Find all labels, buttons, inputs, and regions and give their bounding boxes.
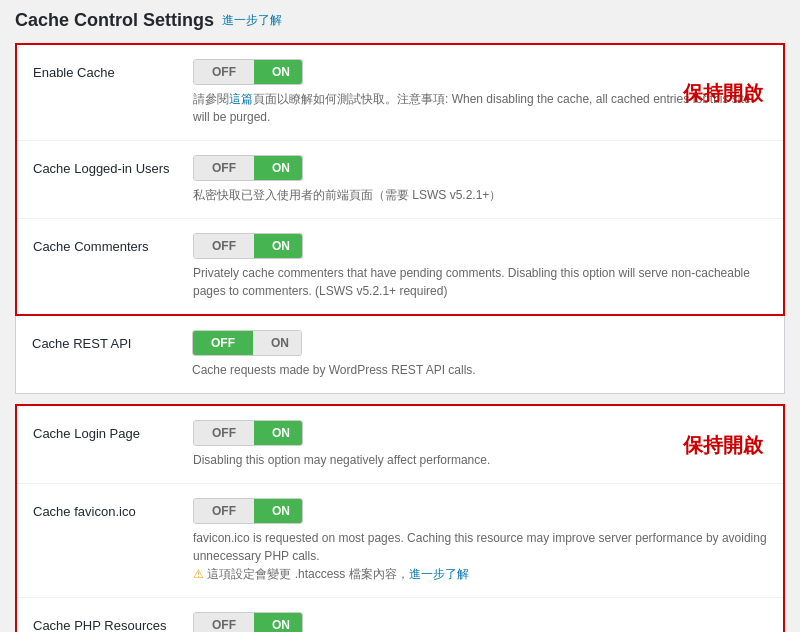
rest-api-section: Cache REST API OFF ON Cache requests mad… [15,316,785,394]
cache-logged-in-off-button[interactable]: OFF [194,156,254,180]
cache-logged-in-toggle-container: OFF ON [193,155,767,181]
cache-php-resources-on-button[interactable]: ON [254,613,303,632]
section2-badge: 保持開啟 [683,431,763,458]
cache-commenters-toggle-container: OFF ON [193,233,767,259]
cache-php-resources-off-button[interactable]: OFF [194,613,254,632]
cache-php-resources-toggle-container: OFF ON [193,612,767,632]
cache-logged-in-toggle[interactable]: OFF ON [193,155,303,181]
enable-cache-toggle-container: OFF ON [193,59,767,85]
highlighted-section-1: Enable Cache OFF ON 請參閱這篇頁面以瞭解如何測試快取。注意事… [15,43,785,316]
favicon-warning-link[interactable]: 進一步了解 [409,567,469,581]
cache-rest-api-toggle-container: OFF ON [192,330,768,356]
enable-cache-label: Enable Cache [33,59,193,80]
cache-login-page-row: Cache Login Page OFF ON Disabling this o… [17,406,783,484]
enable-cache-toggle[interactable]: OFF ON [193,59,303,85]
cache-favicon-toggle-container: OFF ON [193,498,767,524]
cache-login-page-description: Disabling this option may negatively aff… [193,451,767,469]
cache-logged-in-description: 私密快取已登入使用者的前端頁面（需要 LSWS v5.2.1+） [193,186,767,204]
enable-cache-on-button[interactable]: ON [254,60,303,84]
section1-badge: 保持開啟 [683,79,763,106]
cache-commenters-control: OFF ON Privately cache commenters that h… [193,233,767,300]
cache-login-page-toggle-container: OFF ON [193,420,767,446]
cache-commenters-on-button[interactable]: ON [254,234,303,258]
cache-commenters-row: Cache Commenters OFF ON Privately cache … [17,219,783,314]
enable-cache-description: 請參閱這篇頁面以瞭解如何測試快取。注意事項: When disabling th… [193,90,767,126]
highlighted-section-2: Cache Login Page OFF ON Disabling this o… [15,404,785,632]
cache-logged-in-label: Cache Logged-in Users [33,155,193,176]
cache-logged-in-control: OFF ON 私密快取已登入使用者的前端頁面（需要 LSWS v5.2.1+） [193,155,767,204]
cache-rest-api-on-button[interactable]: ON [253,331,302,355]
cache-favicon-on-button[interactable]: ON [254,499,303,523]
cache-favicon-off-button[interactable]: OFF [194,499,254,523]
cache-commenters-label: Cache Commenters [33,233,193,254]
cache-login-page-toggle[interactable]: OFF ON [193,420,303,446]
cache-rest-api-toggle[interactable]: OFF ON [192,330,302,356]
cache-favicon-description: favicon.ico is requested on most pages. … [193,529,767,583]
learn-more-link[interactable]: 進一步了解 [222,12,282,29]
cache-rest-api-row: Cache REST API OFF ON Cache requests mad… [16,316,784,393]
warning-icon-1: ⚠ [193,567,204,581]
cache-php-resources-toggle[interactable]: OFF ON [193,612,303,632]
cache-login-page-control: OFF ON Disabling this option may negativ… [193,420,767,469]
section-gap [15,394,785,404]
cache-login-page-off-button[interactable]: OFF [194,421,254,445]
enable-cache-control: OFF ON 請參閱這篇頁面以瞭解如何測試快取。注意事項: When disab… [193,59,767,126]
cache-login-page-on-button[interactable]: ON [254,421,303,445]
cache-commenters-description: Privately cache commenters that have pen… [193,264,767,300]
page-title: Cache Control Settings [15,10,214,31]
cache-php-resources-row: Cache PHP Resources OFF ON Some themes a… [17,598,783,632]
cache-logged-in-row: Cache Logged-in Users OFF ON 私密快取已登入使用者的… [17,141,783,219]
enable-cache-off-button[interactable]: OFF [194,60,254,84]
cache-rest-api-description: Cache requests made by WordPress REST AP… [192,361,768,379]
cache-php-resources-control: OFF ON Some themes and plugins add resou… [193,612,767,632]
cache-favicon-row: Cache favicon.ico OFF ON favicon.ico is … [17,484,783,598]
cache-rest-api-off-button[interactable]: OFF [193,331,253,355]
cache-commenters-off-button[interactable]: OFF [194,234,254,258]
cache-rest-api-label: Cache REST API [32,330,192,351]
enable-cache-row: Enable Cache OFF ON 請參閱這篇頁面以瞭解如何測試快取。注意事… [17,45,783,141]
cache-rest-api-control: OFF ON Cache requests made by WordPress … [192,330,768,379]
enable-cache-link[interactable]: 這篇 [229,92,253,106]
cache-favicon-toggle[interactable]: OFF ON [193,498,303,524]
cache-commenters-toggle[interactable]: OFF ON [193,233,303,259]
cache-favicon-control: OFF ON favicon.ico is requested on most … [193,498,767,583]
cache-logged-in-on-button[interactable]: ON [254,156,303,180]
cache-login-page-label: Cache Login Page [33,420,193,441]
cache-php-resources-label: Cache PHP Resources [33,612,193,632]
cache-favicon-label: Cache favicon.ico [33,498,193,519]
